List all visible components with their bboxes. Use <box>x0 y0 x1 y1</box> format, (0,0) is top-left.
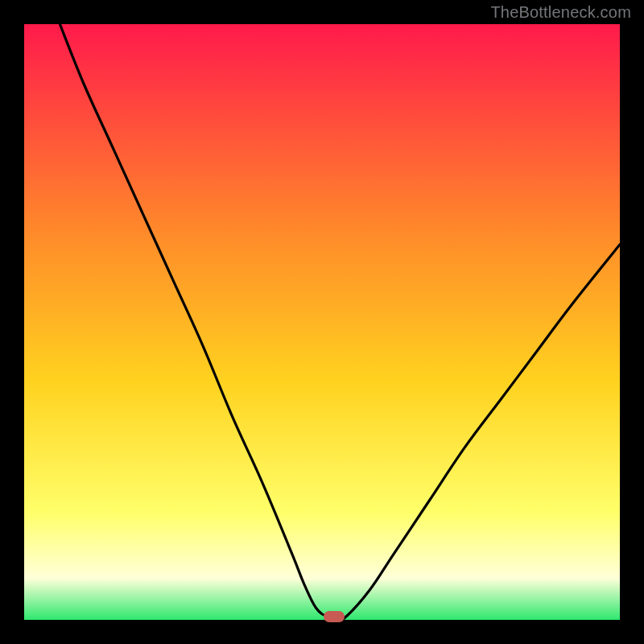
gradient-background <box>24 24 620 620</box>
attribution-text: TheBottleneck.com <box>490 3 631 22</box>
chart-svg <box>24 24 620 620</box>
optimal-point-marker <box>324 611 345 622</box>
plot-area <box>24 24 620 620</box>
chart-frame: TheBottleneck.com <box>0 0 644 644</box>
